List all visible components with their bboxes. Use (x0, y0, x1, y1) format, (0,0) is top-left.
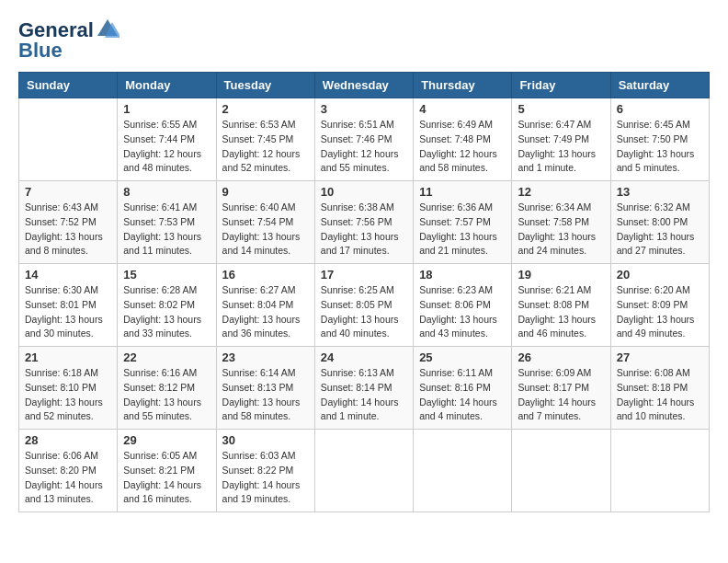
col-header-thursday: Thursday (414, 73, 512, 98)
calendar-cell: 9Sunrise: 6:40 AMSunset: 7:54 PMDaylight… (216, 181, 314, 264)
day-info: Sunrise: 6:25 AMSunset: 8:05 PMDaylight:… (321, 283, 407, 341)
calendar-cell: 17Sunrise: 6:25 AMSunset: 8:05 PMDayligh… (314, 264, 413, 347)
day-number: 4 (419, 102, 506, 116)
calendar-cell: 11Sunrise: 6:36 AMSunset: 7:57 PMDayligh… (414, 181, 512, 264)
day-info: Sunrise: 6:38 AMSunset: 7:56 PMDaylight:… (321, 201, 407, 259)
day-number: 11 (419, 185, 506, 199)
day-info: Sunrise: 6:49 AMSunset: 7:48 PMDaylight:… (419, 118, 506, 176)
calendar-cell: 6Sunrise: 6:45 AMSunset: 7:50 PMDaylight… (610, 98, 709, 181)
day-number: 8 (123, 185, 210, 199)
day-number: 28 (25, 433, 111, 447)
calendar-cell: 23Sunrise: 6:14 AMSunset: 8:13 PMDayligh… (216, 347, 314, 430)
day-number: 16 (222, 268, 309, 282)
day-number: 5 (518, 102, 604, 116)
calendar-header-row: SundayMondayTuesdayWednesdayThursdayFrid… (19, 73, 710, 98)
day-number: 26 (518, 350, 604, 364)
day-number: 10 (321, 185, 407, 199)
day-number: 1 (123, 102, 210, 116)
day-info: Sunrise: 6:53 AMSunset: 7:45 PMDaylight:… (222, 118, 309, 176)
day-info: Sunrise: 6:55 AMSunset: 7:44 PMDaylight:… (123, 118, 210, 176)
day-number: 14 (25, 268, 111, 282)
day-info: Sunrise: 6:43 AMSunset: 7:52 PMDaylight:… (25, 201, 111, 259)
calendar-cell: 12Sunrise: 6:34 AMSunset: 7:58 PMDayligh… (512, 181, 610, 264)
day-info: Sunrise: 6:21 AMSunset: 8:08 PMDaylight:… (518, 283, 604, 341)
col-header-wednesday: Wednesday (314, 73, 413, 98)
calendar-cell: 1Sunrise: 6:55 AMSunset: 7:44 PMDaylight… (118, 98, 216, 181)
calendar-cell: 28Sunrise: 6:06 AMSunset: 8:20 PMDayligh… (19, 430, 118, 512)
calendar-cell (512, 430, 610, 512)
day-info: Sunrise: 6:05 AMSunset: 8:21 PMDaylight:… (123, 449, 210, 507)
calendar-cell: 30Sunrise: 6:03 AMSunset: 8:22 PMDayligh… (216, 430, 314, 512)
day-number: 21 (25, 350, 111, 364)
calendar-cell: 2Sunrise: 6:53 AMSunset: 7:45 PMDaylight… (216, 98, 314, 181)
day-number: 12 (518, 185, 604, 199)
calendar-cell: 5Sunrise: 6:47 AMSunset: 7:49 PMDaylight… (512, 98, 610, 181)
day-number: 23 (222, 350, 309, 364)
calendar-cell: 18Sunrise: 6:23 AMSunset: 8:06 PMDayligh… (414, 264, 512, 347)
day-number: 27 (617, 350, 703, 364)
logo-icon (96, 17, 119, 41)
day-number: 30 (222, 433, 309, 447)
day-info: Sunrise: 6:36 AMSunset: 7:57 PMDaylight:… (419, 201, 506, 259)
day-info: Sunrise: 6:32 AMSunset: 8:00 PMDaylight:… (617, 201, 703, 259)
day-number: 18 (419, 268, 506, 282)
day-number: 22 (123, 350, 210, 364)
day-info: Sunrise: 6:16 AMSunset: 8:12 PMDaylight:… (123, 366, 210, 424)
day-number: 7 (25, 185, 111, 199)
calendar-week-row: 28Sunrise: 6:06 AMSunset: 8:20 PMDayligh… (19, 430, 710, 512)
calendar-cell: 20Sunrise: 6:20 AMSunset: 8:09 PMDayligh… (610, 264, 709, 347)
day-number: 25 (419, 350, 506, 364)
day-info: Sunrise: 6:28 AMSunset: 8:02 PMDaylight:… (123, 283, 210, 341)
calendar-cell: 14Sunrise: 6:30 AMSunset: 8:01 PMDayligh… (19, 264, 118, 347)
day-info: Sunrise: 6:11 AMSunset: 8:16 PMDaylight:… (419, 366, 506, 424)
day-info: Sunrise: 6:18 AMSunset: 8:10 PMDaylight:… (25, 366, 111, 424)
col-header-tuesday: Tuesday (216, 73, 314, 98)
calendar-cell: 25Sunrise: 6:11 AMSunset: 8:16 PMDayligh… (414, 347, 512, 430)
calendar-cell (414, 430, 512, 512)
calendar-cell: 8Sunrise: 6:41 AMSunset: 7:53 PMDaylight… (118, 181, 216, 264)
day-info: Sunrise: 6:03 AMSunset: 8:22 PMDaylight:… (222, 449, 309, 507)
day-info: Sunrise: 6:23 AMSunset: 8:06 PMDaylight:… (419, 283, 506, 341)
day-info: Sunrise: 6:06 AMSunset: 8:20 PMDaylight:… (25, 449, 111, 507)
calendar-week-row: 1Sunrise: 6:55 AMSunset: 7:44 PMDaylight… (19, 98, 710, 181)
calendar-cell (314, 430, 413, 512)
day-info: Sunrise: 6:20 AMSunset: 8:09 PMDaylight:… (617, 283, 703, 341)
day-number: 17 (321, 268, 407, 282)
day-info: Sunrise: 6:34 AMSunset: 7:58 PMDaylight:… (518, 201, 604, 259)
page-header: General Blue (18, 18, 710, 63)
calendar-cell (610, 430, 709, 512)
calendar-cell (19, 98, 118, 181)
calendar-week-row: 21Sunrise: 6:18 AMSunset: 8:10 PMDayligh… (19, 347, 710, 430)
calendar-week-row: 7Sunrise: 6:43 AMSunset: 7:52 PMDaylight… (19, 181, 710, 264)
day-info: Sunrise: 6:47 AMSunset: 7:49 PMDaylight:… (518, 118, 604, 176)
calendar-cell: 3Sunrise: 6:51 AMSunset: 7:46 PMDaylight… (314, 98, 413, 181)
day-number: 15 (123, 268, 210, 282)
day-number: 3 (321, 102, 407, 116)
day-info: Sunrise: 6:13 AMSunset: 8:14 PMDaylight:… (321, 366, 407, 424)
day-number: 2 (222, 102, 309, 116)
day-info: Sunrise: 6:41 AMSunset: 7:53 PMDaylight:… (123, 201, 210, 259)
day-info: Sunrise: 6:40 AMSunset: 7:54 PMDaylight:… (222, 201, 309, 259)
calendar-cell: 21Sunrise: 6:18 AMSunset: 8:10 PMDayligh… (19, 347, 118, 430)
day-info: Sunrise: 6:45 AMSunset: 7:50 PMDaylight:… (617, 118, 703, 176)
calendar-cell: 29Sunrise: 6:05 AMSunset: 8:21 PMDayligh… (118, 430, 216, 512)
calendar-cell: 15Sunrise: 6:28 AMSunset: 8:02 PMDayligh… (118, 264, 216, 347)
day-number: 19 (518, 268, 604, 282)
day-number: 20 (617, 268, 703, 282)
col-header-monday: Monday (118, 73, 216, 98)
calendar-cell: 13Sunrise: 6:32 AMSunset: 8:00 PMDayligh… (610, 181, 709, 264)
day-info: Sunrise: 6:14 AMSunset: 8:13 PMDaylight:… (222, 366, 309, 424)
calendar-cell: 4Sunrise: 6:49 AMSunset: 7:48 PMDaylight… (414, 98, 512, 181)
col-header-friday: Friday (512, 73, 610, 98)
col-header-saturday: Saturday (610, 73, 709, 98)
calendar-cell: 24Sunrise: 6:13 AMSunset: 8:14 PMDayligh… (314, 347, 413, 430)
day-number: 29 (123, 433, 210, 447)
calendar-cell: 27Sunrise: 6:08 AMSunset: 8:18 PMDayligh… (610, 347, 709, 430)
calendar-cell: 19Sunrise: 6:21 AMSunset: 8:08 PMDayligh… (512, 264, 610, 347)
day-number: 24 (321, 350, 407, 364)
day-info: Sunrise: 6:27 AMSunset: 8:04 PMDaylight:… (222, 283, 309, 341)
day-number: 9 (222, 185, 309, 199)
calendar-cell: 16Sunrise: 6:27 AMSunset: 8:04 PMDayligh… (216, 264, 314, 347)
logo: General Blue (18, 18, 119, 63)
day-number: 6 (617, 102, 703, 116)
